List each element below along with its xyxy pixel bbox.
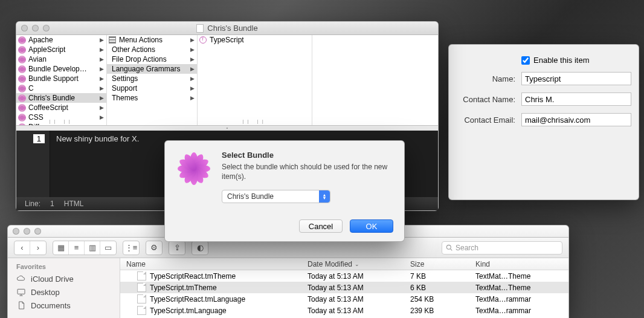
- file-list-header[interactable]: Name Date Modified⌄ Size Kind: [120, 258, 568, 270]
- category-list-item[interactable]: Other Actions▶: [107, 45, 197, 54]
- file-date: Today at 5:13 AM: [308, 270, 410, 282]
- name-field[interactable]: [521, 72, 631, 85]
- contact-email-field[interactable]: [521, 113, 631, 126]
- category-list-item[interactable]: Settings▶: [107, 74, 197, 83]
- svg-point-0: [446, 245, 451, 249]
- detail-column: [312, 35, 438, 125]
- chevron-right-icon: ▶: [100, 37, 104, 43]
- action-segment[interactable]: ⚙︎: [146, 241, 163, 255]
- chevron-right-icon: ▶: [190, 37, 195, 43]
- bundle-select[interactable]: Chris's Bundle ▲▼: [222, 190, 330, 203]
- chevron-right-icon: ▶: [100, 95, 104, 101]
- col-kind[interactable]: Kind: [471, 258, 568, 270]
- nav-buttons[interactable]: ‹ ›: [14, 241, 47, 255]
- cover-view-button[interactable]: ▭: [100, 241, 116, 255]
- category-list-item[interactable]: Language Grammars▶: [107, 64, 197, 74]
- split-grabber[interactable]: •: [16, 126, 438, 131]
- share-button[interactable]: ⇪: [169, 241, 185, 255]
- dialog-title: Select Bundle: [222, 151, 393, 160]
- category-list-item[interactable]: Themes▶: [107, 93, 197, 103]
- arrange-segment[interactable]: ⋮≡: [123, 241, 140, 255]
- bundle-list-item[interactable]: C▶: [16, 83, 106, 93]
- status-lang[interactable]: HTML: [64, 200, 84, 208]
- category-list-item[interactable]: Support▶: [107, 83, 197, 93]
- chevron-right-icon: ▶: [100, 124, 104, 125]
- sidebar-item-label: Desktop: [31, 288, 60, 297]
- ok-button[interactable]: OK: [350, 219, 393, 233]
- titlebar: Chris's Bundle: [16, 22, 438, 35]
- editor-content[interactable]: New shiny bundle for X.: [50, 131, 145, 197]
- file-icon: [137, 283, 146, 292]
- bundle-list-item[interactable]: AppleScript▶: [16, 45, 106, 54]
- status-line-value: 1: [50, 200, 54, 208]
- file-row[interactable]: TypeScriptReact.tmThemeToday at 5:13 AM7…: [120, 270, 568, 282]
- search-field[interactable]: Search: [442, 241, 562, 255]
- bundle-list-item[interactable]: Bundle Develop…▶: [16, 64, 106, 74]
- sidebar-item[interactable]: iCloud Drive: [8, 272, 120, 285]
- file-name: TypeScript.tmTheme: [150, 284, 217, 292]
- category-list-column: Menu Actions▶Other Actions▶File Drop Act…: [107, 35, 198, 125]
- file-date: Today at 5:13 AM: [308, 293, 410, 305]
- chevron-right-icon: ▶: [190, 47, 195, 53]
- chevron-right-icon: ▶: [100, 85, 104, 91]
- enable-item-checkbox[interactable]: Enable this item: [521, 56, 590, 65]
- chevron-right-icon: ▶: [190, 76, 195, 82]
- sidebar-item-label: Documents: [31, 301, 71, 310]
- sidebar-item[interactable]: Documents: [8, 299, 120, 312]
- icon-view-button[interactable]: ▦: [53, 241, 69, 255]
- contact-name-field[interactable]: [521, 92, 631, 106]
- name-label: Name:: [456, 74, 521, 83]
- back-button[interactable]: ‹: [14, 241, 30, 255]
- file-name: TypeScriptReact.tmLanguage: [150, 295, 245, 303]
- bundle-list-item[interactable]: Chris's Bundle▶: [16, 93, 106, 103]
- share-segment[interactable]: ⇪: [169, 241, 185, 255]
- chevron-updown-icon: ▲▼: [319, 190, 330, 203]
- category-list-item[interactable]: File Drop Actions▶: [107, 54, 197, 64]
- file-kind: TextMa…rammar: [471, 305, 568, 316]
- line-number: 1: [33, 134, 45, 143]
- cancel-button[interactable]: Cancel: [299, 219, 343, 233]
- chevron-right-icon: ▶: [190, 66, 195, 72]
- close-dot[interactable]: [13, 228, 19, 235]
- file-kind: TextMat…Theme: [471, 270, 568, 282]
- file-row[interactable]: TypeScript.tmLanguageToday at 5:13 AM239…: [120, 305, 568, 316]
- minimize-dot[interactable]: [24, 228, 30, 235]
- file-date: Today at 5:13 AM: [308, 282, 410, 293]
- search-icon: [446, 244, 452, 251]
- bundle-list-item[interactable]: Apache▶: [16, 35, 106, 45]
- tags-segment[interactable]: ◐: [192, 241, 208, 255]
- bundle-icon: [18, 65, 26, 73]
- contact-name-label: Contact Name:: [456, 95, 521, 104]
- forward-button[interactable]: ›: [30, 241, 46, 255]
- file-row[interactable]: TypeScript.tmThemeToday at 5:13 AM6 KBTe…: [120, 282, 568, 293]
- bundle-icon: [18, 75, 26, 83]
- col-name[interactable]: Name: [120, 258, 308, 270]
- file-list: Name Date Modified⌄ Size Kind TypeScript…: [120, 258, 568, 318]
- arrange-button[interactable]: ⋮≡: [123, 241, 139, 255]
- col-size[interactable]: Size: [410, 258, 471, 270]
- bundle-icon: [18, 94, 26, 102]
- column-browser: Apache▶AppleScript▶Avian▶Bundle Develop……: [16, 35, 438, 126]
- bundle-icon: [18, 104, 26, 112]
- file-kind: TextMa…rammar: [471, 293, 568, 305]
- select-bundle-dialog: Select Bundle Select the bundle which sh…: [164, 140, 405, 242]
- file-icon: [137, 271, 146, 281]
- list-view-button[interactable]: ≡: [69, 241, 85, 255]
- bundle-flower-icon: [176, 151, 212, 187]
- bundle-list-item[interactable]: Bundle Support▶: [16, 74, 106, 83]
- contact-email-label: Contact Email:: [456, 115, 521, 125]
- col-date[interactable]: Date Modified⌄: [308, 258, 410, 270]
- svg-rect-2: [18, 289, 25, 294]
- bundle-list-item[interactable]: CoffeeScript▶: [16, 103, 106, 112]
- file-row[interactable]: TypeScriptReact.tmLanguageToday at 5:13 …: [120, 293, 568, 305]
- category-list-item[interactable]: Menu Actions▶: [107, 35, 197, 45]
- sidebar-item[interactable]: Desktop: [8, 285, 120, 299]
- zoom-dot[interactable]: [34, 228, 41, 235]
- column-view-button[interactable]: ▥: [85, 241, 100, 255]
- bundle-list-item[interactable]: Avian▶: [16, 54, 106, 64]
- view-switcher[interactable]: ▦ ≡ ▥ ▭: [53, 241, 117, 255]
- action-button[interactable]: ⚙︎: [146, 241, 162, 255]
- chevron-right-icon: ▶: [100, 47, 104, 53]
- grammar-list-item[interactable]: TypeScript: [198, 35, 312, 45]
- tags-button[interactable]: ◐: [192, 241, 208, 255]
